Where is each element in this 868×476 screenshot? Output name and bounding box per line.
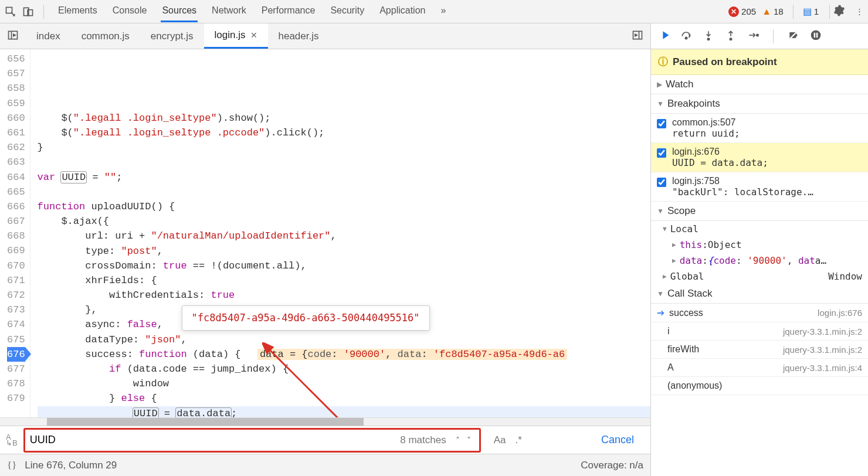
warning-count[interactable]: ▲18 — [762, 6, 784, 17]
call-stack-section[interactable]: ▼Call Stack — [651, 284, 868, 304]
code-line[interactable]: if (data.code == jump_index) { — [38, 362, 650, 376]
code-line[interactable] — [38, 185, 650, 199]
callstack-frame[interactable]: Ajquery-3.3.1.min.js:4 — [651, 359, 868, 377]
callstack-frame[interactable]: fireWithjquery-3.3.1.min.js:2 — [651, 341, 868, 359]
source-panel: index common.js encrypt.js login.js✕ hea… — [0, 23, 651, 476]
code-line[interactable]: $(".legall .login_seltype .pccode").clic… — [38, 125, 650, 140]
error-count[interactable]: ✕205 — [728, 6, 756, 17]
close-icon[interactable]: ✕ — [250, 30, 257, 40]
code-editor[interactable]: 6566576586596606616626636646656666676686… — [0, 49, 650, 417]
code-line[interactable]: UUID = data.data; — [38, 406, 650, 417]
find-input[interactable] — [30, 434, 401, 446]
message-count[interactable]: ▤1 — [803, 6, 819, 17]
find-next-icon[interactable]: ˅ — [463, 436, 474, 445]
navigator-toggle-icon[interactable] — [0, 29, 26, 43]
tab-console[interactable]: Console — [111, 1, 148, 22]
device-toggle-icon[interactable] — [22, 6, 34, 18]
scope-this[interactable]: ▶this: Object — [651, 237, 868, 253]
svg-rect-17 — [814, 33, 816, 38]
step-into-icon[interactable] — [703, 29, 714, 43]
svg-point-14 — [757, 34, 758, 36]
file-tab-common[interactable]: common.js — [71, 25, 140, 48]
breakpoints-section[interactable]: ▼Breakpoints — [651, 94, 868, 114]
code-line[interactable]: url: uri + "/naturalMan/uploadIdentifier… — [38, 229, 650, 243]
code-line[interactable]: crossDomain: true == !(document.all), — [38, 259, 650, 273]
breakpoint-item[interactable]: login.js:676UUID = data.data; — [651, 143, 868, 172]
cursor-position: Line 676, Column 29 — [25, 460, 117, 471]
file-tab-index[interactable]: index — [26, 25, 71, 48]
tab-performance[interactable]: Performance — [260, 1, 317, 22]
find-cancel-button[interactable]: Cancel — [601, 434, 634, 446]
file-tab-encrypt[interactable]: encrypt.js — [140, 25, 204, 48]
breakpoint-checkbox[interactable] — [657, 148, 666, 158]
horizontal-scrollbar[interactable] — [0, 417, 650, 426]
code-line[interactable]: $.ajax({ — [38, 214, 650, 229]
hover-value-tooltip: "fc8d5407-a95a-49d6-a663-500440495516" — [182, 305, 430, 331]
code-line[interactable]: xhrFields: { — [38, 273, 650, 288]
devtools-toolbar: Elements Console Sources Network Perform… — [0, 0, 868, 23]
match-case-toggle[interactable]: Aa — [494, 434, 506, 446]
code-line[interactable]: success: function (data) { data = {code:… — [38, 347, 650, 362]
code-line[interactable]: function uploadUUID() { — [38, 199, 650, 214]
resume-icon[interactable] — [658, 29, 670, 43]
callstack-frame[interactable]: ➔successlogin.js:676 — [651, 304, 868, 322]
info-icon: ⓘ — [658, 55, 668, 69]
step-out-icon[interactable] — [725, 29, 737, 43]
code-line[interactable]: dataType: "json", — [38, 332, 650, 347]
code-line[interactable]: $(".legall .login_seltype").show(); — [38, 111, 650, 125]
file-tab-header[interactable]: header.js — [268, 25, 330, 48]
kebab-menu-icon[interactable]: ⋮ — [856, 7, 863, 16]
scope-global[interactable]: ▶GlobalWindow — [651, 268, 868, 284]
code-line[interactable]: } else { — [38, 391, 650, 406]
inspect-icon[interactable] — [5, 6, 16, 18]
breakpoint-item[interactable]: login.js:758"backUrl": localStorage.… — [651, 172, 868, 202]
scope-section[interactable]: ▼Scope — [651, 202, 868, 221]
code-line[interactable]: var UUID = ""; — [38, 170, 650, 185]
deactivate-breakpoints-icon[interactable] — [788, 29, 799, 43]
watch-section[interactable]: ▶Watch — [651, 75, 868, 94]
debugger-panel: ⓘ Paused on breakpoint ▶Watch ▼Breakpoin… — [651, 23, 868, 476]
code-line[interactable]: } — [38, 140, 650, 155]
callstack-frame[interactable]: (anonymous) — [651, 377, 868, 395]
panel-tabs: Elements Console Sources Network Perform… — [57, 1, 447, 22]
tab-sources[interactable]: Sources — [161, 1, 198, 22]
code-body[interactable]: "fc8d5407-a95a-49d6-a663-500440495516" $… — [30, 49, 650, 417]
code-line[interactable]: window — [38, 376, 650, 391]
file-tabs: index common.js encrypt.js login.js✕ hea… — [0, 23, 650, 49]
find-match-count: 8 matches — [400, 434, 446, 446]
scope-local[interactable]: ▼Local — [651, 221, 868, 237]
tab-security[interactable]: Security — [329, 1, 365, 22]
callstack-frame[interactable]: ijquery-3.3.1.min.js:2 — [651, 322, 868, 341]
run-snippet-icon[interactable] — [625, 29, 650, 43]
pause-on-exceptions-icon[interactable] — [810, 29, 822, 43]
code-line[interactable]: withCredentials: true — [38, 288, 650, 302]
file-tab-login[interactable]: login.js✕ — [204, 23, 268, 49]
code-line[interactable] — [38, 155, 650, 169]
pretty-print-icon[interactable]: {} — [7, 460, 16, 471]
settings-icon[interactable] — [833, 5, 845, 18]
line-gutter[interactable]: 6566576586596606616626636646656666676686… — [0, 49, 30, 417]
paused-banner: ⓘ Paused on breakpoint — [651, 49, 868, 75]
find-prev-icon[interactable]: ˄ — [452, 436, 463, 445]
scope-data[interactable]: ▶data: {code: '90000', data… — [651, 253, 868, 268]
svg-point-12 — [730, 38, 731, 40]
tab-more-icon[interactable]: » — [439, 1, 447, 22]
regex-toggle[interactable]: .* — [515, 434, 521, 446]
replace-toggle-icon[interactable]: A↳B — [6, 434, 18, 446]
tab-application[interactable]: Application — [378, 1, 426, 22]
code-line[interactable]: type: "post", — [38, 244, 650, 259]
step-icon[interactable] — [747, 29, 759, 43]
tab-elements[interactable]: Elements — [57, 1, 99, 22]
status-chips: ✕205 ▲18 ▤1 — [728, 5, 819, 19]
breakpoint-item[interactable]: common.js:507return uuid; — [651, 114, 868, 143]
svg-point-8 — [685, 37, 687, 39]
svg-rect-18 — [816, 33, 818, 38]
debug-controls — [651, 23, 868, 49]
breakpoint-checkbox[interactable] — [657, 119, 666, 128]
step-over-icon[interactable] — [680, 29, 692, 43]
tab-network[interactable]: Network — [211, 1, 247, 22]
inline-value: data = {code: '90000', data: 'fc8d5407-a… — [257, 349, 567, 360]
breakpoint-checkbox[interactable] — [657, 178, 666, 187]
find-bar: A↳B 8 matches ˄ ˅ Aa .* Cancel — [0, 426, 650, 454]
svg-point-10 — [707, 38, 709, 40]
